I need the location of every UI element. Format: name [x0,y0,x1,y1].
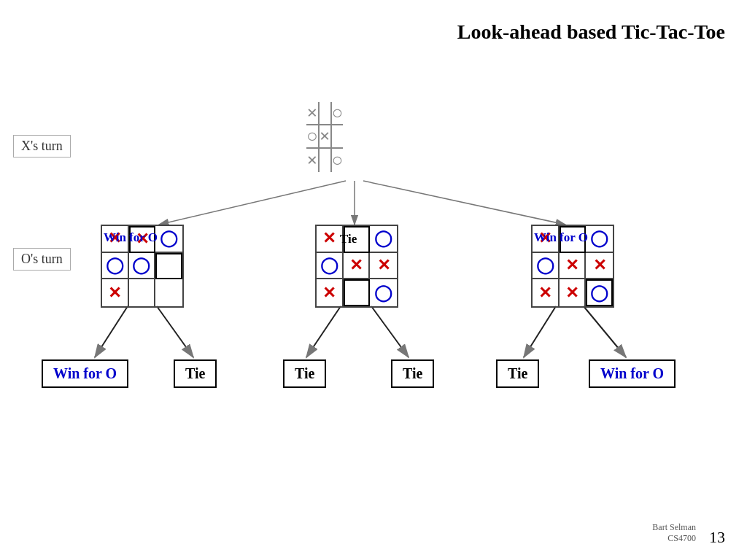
right-cell-8: ◯ [586,279,613,306]
right-cell-6: ✕ [533,279,560,306]
root-cell-2: ○ [332,102,344,125]
root-cell-0: × [306,102,320,125]
left-cell-5 [155,253,182,280]
result-right-win: Win for O [589,359,676,388]
root-cell-7 [320,149,332,172]
center-cell-7 [344,279,371,306]
left-cell-3: ◯ [102,253,129,280]
center-board: ✕ ◯ ◯ ✕ ✕ ✕ ◯ Tie [315,225,398,308]
svg-line-1 [159,181,346,225]
result-right-tie: Tie [496,359,539,388]
right-cell-2: ◯ [586,226,613,253]
right-cell-5: ✕ [586,253,613,280]
center-cell-6: ✕ [317,279,344,306]
svg-line-9 [584,306,626,357]
right-cell-3: ◯ [533,253,560,280]
slide-number: 13 [709,528,725,547]
page-title: Look-ahead based Tic-Tac-Toe [457,20,725,44]
result-left-tie: Tie [174,359,217,388]
right-cell-4: ✕ [560,253,587,280]
root-cell-1 [320,102,332,125]
root-cell-8: ○ [332,149,344,172]
left-cell-4: ◯ [129,253,156,280]
result-center-tie-2: Tie [391,359,434,388]
attribution-name: Bart Selman [652,522,696,533]
left-cell-2: ◯ [155,226,182,253]
os-turn-label: O's turn [13,248,71,271]
right-board-win-label: Win for O [534,230,588,245]
left-board-win-label: Win for O [104,230,158,245]
center-cell-3: ◯ [317,253,344,280]
root-cell-6: × [306,149,320,172]
right-cell-7: ✕ [560,279,587,306]
svg-line-5 [157,306,193,357]
svg-line-4 [95,306,128,357]
center-cell-2: ◯ [370,226,397,253]
center-cell-4: ✕ [344,253,371,280]
svg-line-7 [371,306,409,357]
result-center-tie-1: Tie [283,359,326,388]
attribution: Bart Selman CS4700 [652,522,696,544]
svg-line-3 [363,181,565,225]
xs-turn-label: X's turn [13,135,71,158]
root-cell-3: ○ [306,125,320,149]
left-cell-8 [155,279,182,306]
svg-line-8 [524,306,556,357]
center-board-tie-label: Tie [340,232,357,246]
left-cell-6: ✕ [102,279,129,306]
center-cell-8: ◯ [370,279,397,306]
right-board: ✕ ◯ ◯ ✕ ✕ ✕ ✕ ◯ Win for O [531,225,614,308]
attribution-course: CS4700 [652,533,696,544]
center-cell-5: ✕ [370,253,397,280]
root-cell-4: × [320,125,332,149]
left-cell-7 [129,279,156,306]
result-left-win: Win for O [42,359,128,388]
left-board: ✕ ✕ ◯ ◯ ◯ ✕ Win for O [101,225,184,308]
svg-line-6 [306,306,341,357]
root-board: × ○ ○ × × ○ [306,102,385,181]
root-cell-5 [332,125,344,149]
